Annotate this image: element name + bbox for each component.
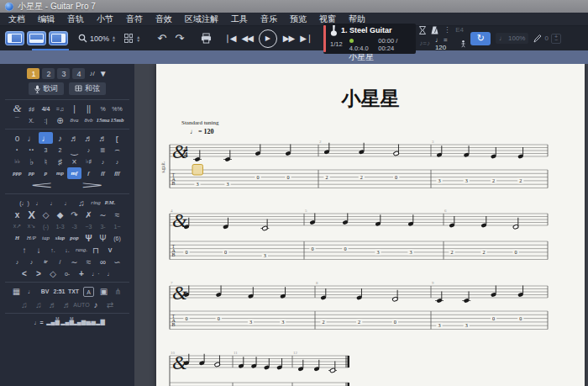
notation-icon[interactable]: · xyxy=(10,144,24,156)
notation-icon[interactable]: ♪ xyxy=(53,132,67,144)
selection-cursor[interactable] xyxy=(192,165,203,176)
playback-speed-button[interactable]: ♩ 100% xyxy=(496,33,528,44)
notation-icon[interactable]: ⌒ xyxy=(10,114,24,126)
zoom-stepper[interactable]: ▲▼ xyxy=(112,35,116,42)
notation-icon[interactable]: 1~ xyxy=(110,220,124,232)
play-button[interactable]: ▶ xyxy=(259,29,277,48)
menu-item-5[interactable]: 音效 xyxy=(155,13,172,25)
notation-icon[interactable]: ~3 xyxy=(81,220,96,232)
notation-icon[interactable]: mf xyxy=(67,167,81,179)
chords-button[interactable]: 和弦 xyxy=(69,82,106,95)
voice-button-4[interactable]: 4 xyxy=(72,68,85,79)
notation-icon[interactable]: ♩ xyxy=(60,197,75,209)
notation-icon[interactable]: H xyxy=(10,232,24,244)
notation-icon[interactable]: tap xyxy=(39,232,53,244)
notation-icon[interactable]: ♪ xyxy=(89,299,103,310)
menu-item-7[interactable]: 工具 xyxy=(231,13,248,25)
notation-icon[interactable]: ◆ xyxy=(53,209,67,220)
menu-item-8[interactable]: 音乐 xyxy=(260,13,277,25)
notation-icon[interactable]: ♪ xyxy=(10,256,24,267)
notation-icon[interactable]: %% xyxy=(110,103,124,114)
notation-icon[interactable]: 2 xyxy=(53,144,67,156)
notation-icon[interactable]: Ψ xyxy=(96,232,110,244)
notation-icon[interactable]: X. xyxy=(24,114,39,126)
notation-icon[interactable]: ♪ xyxy=(96,156,110,167)
notation-icon[interactable]: V xyxy=(103,244,118,256)
notation-icon[interactable]: P.M. xyxy=(103,197,118,209)
notation-icon[interactable]: ♪ xyxy=(24,256,39,267)
track-chip[interactable]: 1. Steel Guitar 1/12 4.0:4.0 00:00 / 00:… xyxy=(323,24,416,54)
notation-icon[interactable]: / xyxy=(53,256,67,267)
notation-icon[interactable]: ♫ xyxy=(32,299,46,310)
notation-icon[interactable]: f xyxy=(81,167,96,179)
notation-icon[interactable]: x xyxy=(10,209,24,220)
go-end-button[interactable]: ▶❘ xyxy=(300,34,312,43)
menu-item-1[interactable]: 编辑 xyxy=(38,13,55,25)
notation-icon[interactable]: ring xyxy=(89,197,103,209)
redo-button[interactable]: ↷ xyxy=(172,32,186,45)
document-area[interactable]: 小星星 Standard tuning ♩ = 120 &TAB44s.guit… xyxy=(134,64,588,386)
notation-icon[interactable]: ♯ xyxy=(53,156,67,167)
metronome-icon[interactable] xyxy=(431,26,438,34)
loop-button[interactable]: ↻ xyxy=(470,32,491,45)
notation-icon[interactable]: | xyxy=(67,103,81,114)
go-start-button[interactable]: ❘◀ xyxy=(223,34,235,43)
notation-icon[interactable]: ◇ xyxy=(46,267,60,279)
notation-icon[interactable]: ▂▄▆M xyxy=(46,316,60,328)
notation-icon[interactable]: 8vb xyxy=(81,114,96,126)
notation-icon[interactable]: ▃▅▂▇ xyxy=(89,316,103,328)
notation-icon[interactable]: ↑. xyxy=(46,244,60,256)
notation-icon[interactable]: ≈ xyxy=(110,209,124,220)
notation-icon[interactable]: BV xyxy=(38,285,52,297)
page-layout-stepper[interactable]: ▲▼ xyxy=(136,35,140,42)
notation-icon[interactable]: 15ma xyxy=(96,114,110,126)
notation-icon[interactable]: ♭♯ xyxy=(81,156,96,167)
notation-icon[interactable]: ♯♯ xyxy=(24,103,39,114)
notation-icon[interactable]: ff xyxy=(96,167,110,179)
notation-icon[interactable]: ∼ xyxy=(67,256,81,267)
notation-icon[interactable]: -3 xyxy=(67,220,81,232)
menu-item-2[interactable]: 音轨 xyxy=(67,13,84,25)
notation-icon[interactable]: ɽ xyxy=(110,132,124,144)
menu-item-6[interactable]: 区域注解 xyxy=(185,13,218,25)
notation-icon[interactable]: ♩· xyxy=(89,267,103,279)
notation-icon[interactable]: ♬ xyxy=(67,132,81,144)
notation-icon[interactable]: ↷ xyxy=(67,209,81,220)
notation-icon[interactable]: 3- xyxy=(96,220,110,232)
notation-icon[interactable]: ⌢ xyxy=(110,144,124,156)
notation-icon[interactable]: (6) xyxy=(110,232,124,244)
notation-icon[interactable]: ↓ xyxy=(32,244,46,256)
notation-icon[interactable]: (♩) xyxy=(18,197,32,209)
notation-icon[interactable]: x↗ xyxy=(10,220,24,232)
notation-icon[interactable]: ≈ xyxy=(81,256,96,267)
notation-icon[interactable]: ‿ xyxy=(67,144,81,156)
notation-icon[interactable]: || xyxy=(81,103,96,114)
notation-icon[interactable]: ♬ xyxy=(46,299,60,310)
notation-icon[interactable]: ⊕ xyxy=(53,114,67,126)
notation-icon[interactable]: ♩= xyxy=(32,316,46,328)
notation-icon[interactable]: X xyxy=(24,209,39,220)
tempo-display[interactable]: ♩ = 120 xyxy=(435,36,457,51)
notation-icon[interactable]: % xyxy=(96,103,110,114)
notation-icon[interactable]: ♫ xyxy=(75,197,89,209)
notation-icon[interactable]: slap xyxy=(53,232,67,244)
notation-icon[interactable]: ♩ xyxy=(103,267,118,279)
notation-icon[interactable]: ♪ xyxy=(81,144,96,156)
more-options-icon[interactable]: ⋮ xyxy=(444,26,450,34)
menu-item-3[interactable]: 小节 xyxy=(97,13,113,25)
notation-icon[interactable]: ▦ xyxy=(9,285,24,297)
voice-button-3[interactable]: 3 xyxy=(57,68,70,79)
view-parchment-button[interactable] xyxy=(27,31,46,45)
notation-icon[interactable]: pp xyxy=(24,167,39,179)
notation-icon[interactable]: ↑ xyxy=(18,244,32,256)
page-layout-icon[interactable] xyxy=(124,34,133,43)
notation-icon[interactable]: ♬ xyxy=(96,132,110,144)
score-svg[interactable]: &TAB44s.guit.3300222033322&TAB4003500336… xyxy=(156,64,585,386)
notation-icon[interactable]: ♩ xyxy=(39,132,53,144)
notation-icon[interactable]: AUTO xyxy=(75,299,89,310)
notation-icon[interactable]: < xyxy=(18,267,32,279)
notation-icon[interactable]: ♬ xyxy=(81,132,96,144)
notation-icon[interactable]: ♭♭ xyxy=(10,156,24,167)
tuning-group[interactable]: 0 +− xyxy=(533,34,561,44)
notation-icon[interactable]: ♪ xyxy=(110,156,124,167)
